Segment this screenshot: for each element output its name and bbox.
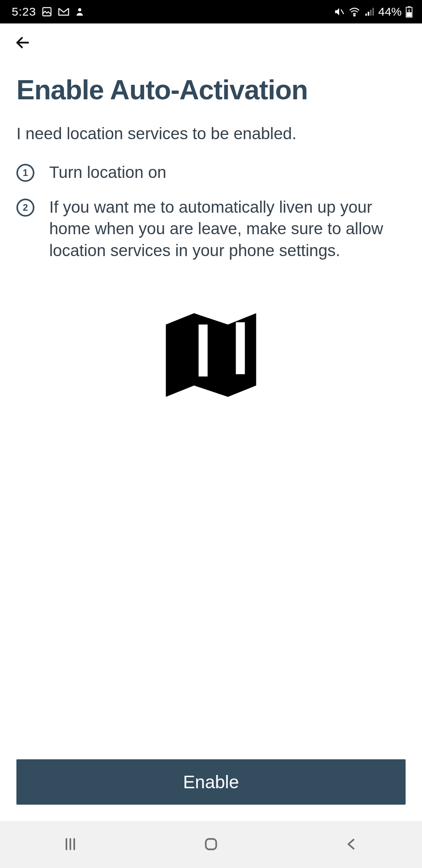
svg-rect-10	[407, 12, 412, 16]
svg-line-2	[341, 9, 344, 14]
app-body: Enable Auto-Activation I need location s…	[0, 23, 422, 821]
spacer	[16, 407, 406, 759]
step-number-badge: 2	[16, 199, 34, 217]
status-time: 5:23	[12, 5, 36, 18]
signal-icon	[364, 7, 374, 16]
enable-button[interactable]: Enable	[16, 759, 406, 805]
content: Enable Auto-Activation I need location s…	[0, 63, 422, 759]
svg-point-3	[354, 15, 355, 16]
svg-rect-4	[365, 14, 367, 16]
svg-rect-12	[198, 325, 207, 377]
svg-rect-5	[368, 12, 369, 16]
svg-rect-7	[372, 8, 374, 16]
gmail-icon	[58, 7, 70, 16]
system-nav-bar	[0, 821, 422, 868]
action-area: Enable	[0, 759, 422, 821]
step-item: 1 Turn location on	[16, 161, 406, 183]
illustration-area	[16, 304, 406, 407]
status-right: 44%	[334, 5, 413, 18]
svg-rect-9	[408, 6, 411, 7]
status-bar: 5:23 44%	[0, 0, 422, 23]
arrow-left-icon	[14, 34, 31, 52]
step-number-badge: 1	[16, 164, 34, 182]
nav-recent-apps[interactable]	[31, 829, 109, 860]
recent-apps-icon	[63, 836, 78, 853]
page-title: Enable Auto-Activation	[16, 74, 406, 106]
map-icon	[154, 304, 268, 407]
step-text: If you want me to automatically liven up…	[49, 196, 406, 261]
nav-back[interactable]	[313, 829, 391, 860]
battery-icon	[406, 6, 413, 18]
status-left: 5:23	[12, 5, 84, 18]
steps-list: 1 Turn location on 2 If you want me to a…	[16, 161, 406, 262]
person-icon	[75, 6, 84, 17]
back-button[interactable]	[13, 34, 32, 52]
nav-home[interactable]	[172, 829, 250, 860]
svg-rect-13	[236, 322, 245, 374]
picture-icon	[41, 6, 52, 17]
mute-icon	[334, 6, 345, 17]
step-text: Turn location on	[49, 161, 166, 183]
step-item: 2 If you want me to automatically liven …	[16, 196, 406, 261]
svg-rect-6	[370, 10, 372, 16]
wifi-icon	[349, 7, 360, 16]
home-icon	[203, 836, 219, 853]
screen: 5:23 44%	[0, 0, 422, 868]
topbar	[0, 23, 422, 63]
page-subtitle: I need location services to be enabled.	[16, 124, 406, 144]
svg-rect-17	[206, 839, 216, 849]
battery-percentage: 44%	[378, 5, 402, 18]
svg-point-1	[78, 8, 81, 11]
chevron-left-icon	[344, 836, 359, 853]
